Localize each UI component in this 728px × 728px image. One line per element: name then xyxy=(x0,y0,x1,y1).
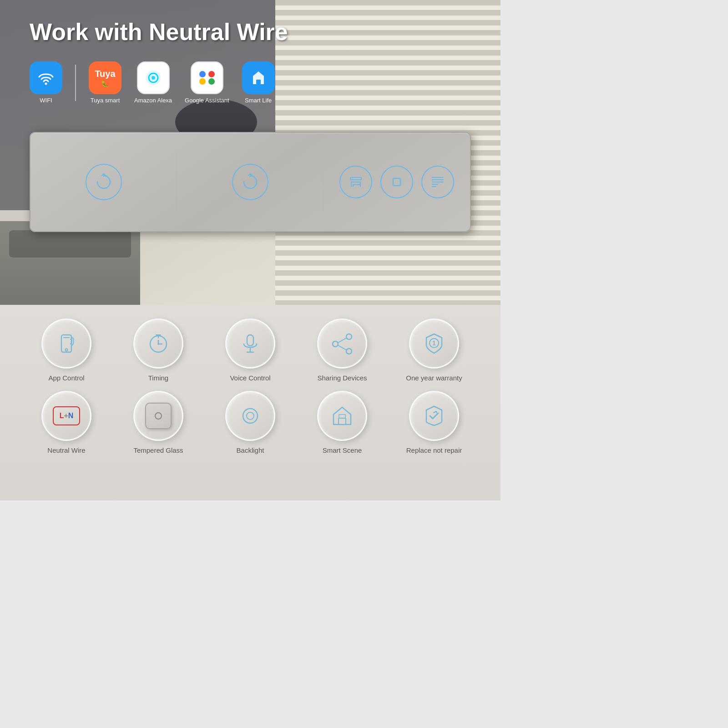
feature-replace: Replace not repair xyxy=(390,391,478,454)
smartlife-icon-box xyxy=(242,61,275,94)
switch-section-curtain xyxy=(324,133,470,231)
tuya-text: Tuya xyxy=(95,69,115,79)
compat-item-alexa: Amazon Alexa xyxy=(134,61,172,104)
svg-rect-15 xyxy=(247,335,253,346)
google-icon-box xyxy=(191,61,223,94)
touch-button-1[interactable] xyxy=(86,164,122,200)
timing-label: Timing xyxy=(148,374,168,382)
tuya-icon-box: Tuya 🐛 xyxy=(89,61,121,94)
switch-section-2 xyxy=(177,133,324,231)
voice-icon-circle xyxy=(225,318,275,369)
app-control-label: App Control xyxy=(48,374,84,382)
svg-rect-9 xyxy=(350,177,361,180)
svg-rect-23 xyxy=(339,418,346,425)
feature-neutral-wire: L + N Neutral Wire xyxy=(23,391,110,454)
warranty-icon-circle: 1 xyxy=(409,318,459,369)
svg-point-18 xyxy=(346,349,352,354)
feature-voice: Voice Control xyxy=(207,318,294,382)
backlight-label: Backlight xyxy=(237,446,264,454)
sharing-icon-circle xyxy=(317,318,367,369)
glass-square-icon xyxy=(145,403,172,429)
tempered-glass-label: Tempered Glass xyxy=(133,446,183,454)
switch-panel xyxy=(30,132,471,232)
svg-point-4 xyxy=(199,71,206,77)
tuya-label: Tuya smart xyxy=(91,97,120,104)
replace-icon-circle xyxy=(409,391,459,441)
ln-l: L xyxy=(60,412,64,420)
neutral-wire-icon-circle: L + N xyxy=(41,391,91,441)
page-title: Work with Neutral Wire xyxy=(30,18,288,46)
wifi-icon-box xyxy=(30,61,62,94)
svg-rect-10 xyxy=(393,178,400,186)
sharing-label: Sharing Devices xyxy=(317,374,367,382)
svg-point-14 xyxy=(157,343,159,345)
tuya-subtitle: 🐛 xyxy=(101,80,109,87)
compat-item-smartlife: Smart Life xyxy=(242,61,275,104)
feature-tempered-glass: Tempered Glass xyxy=(115,391,202,454)
voice-label: Voice Control xyxy=(230,374,270,382)
feature-timing: Timing xyxy=(115,318,202,382)
smart-scene-icon-circle xyxy=(317,391,367,441)
neutral-wire-label: Neutral Wire xyxy=(47,446,85,454)
svg-point-17 xyxy=(333,341,338,347)
feature-warranty: 1 One year warranty xyxy=(390,318,478,382)
svg-point-7 xyxy=(208,78,215,85)
svg-text:1: 1 xyxy=(432,339,436,347)
compat-item-wifi: WIFI xyxy=(30,61,62,104)
svg-point-12 xyxy=(66,349,68,351)
svg-point-3 xyxy=(152,76,155,80)
switch-section-1 xyxy=(30,133,177,231)
google-label: Google Assistant xyxy=(185,97,229,104)
svg-rect-8 xyxy=(256,80,261,84)
svg-point-16 xyxy=(346,334,352,339)
tempered-glass-icon-circle xyxy=(133,391,183,441)
glass-dot xyxy=(155,412,162,420)
svg-point-0 xyxy=(45,83,47,85)
curtain-down-button[interactable] xyxy=(421,166,454,198)
svg-point-6 xyxy=(199,78,206,85)
app-control-icon-circle xyxy=(41,318,91,369)
svg-point-5 xyxy=(208,71,215,77)
smartlife-label: Smart Life xyxy=(245,97,272,104)
feature-app-control: App Control xyxy=(23,318,110,382)
ln-plus: + xyxy=(64,412,68,420)
backlight-icon-circle xyxy=(225,391,275,441)
feature-sharing: Sharing Devices xyxy=(298,318,386,382)
feature-smart-scene: Smart Scene xyxy=(298,391,386,454)
wifi-label: WIFI xyxy=(40,97,52,104)
ln-badge: L + N xyxy=(53,406,80,425)
compat-item-google: Google Assistant xyxy=(185,61,229,104)
compat-divider-1 xyxy=(75,65,76,101)
curtain-button-group xyxy=(339,166,454,198)
ln-n: N xyxy=(68,412,74,420)
svg-point-21 xyxy=(243,409,258,423)
feature-backlight: Backlight xyxy=(207,391,294,454)
replace-label: Replace not repair xyxy=(406,446,462,454)
alexa-label: Amazon Alexa xyxy=(134,97,172,104)
timing-icon-circle xyxy=(133,318,183,369)
curtain-up-button[interactable] xyxy=(339,166,372,198)
smart-scene-label: Smart Scene xyxy=(323,446,362,454)
features-section: App Control Timing xyxy=(0,305,500,500)
warranty-label: One year warranty xyxy=(406,374,462,382)
features-row-1: App Control Timing xyxy=(23,318,478,382)
features-row-2: L + N Neutral Wire Tempered Glass xyxy=(23,391,478,454)
alexa-icon-box xyxy=(137,61,170,94)
compatibility-row: WIFI Tuya 🐛 Tuya smart Amazon Alexa xyxy=(30,61,275,104)
svg-point-22 xyxy=(247,412,254,420)
curtain-stop-button[interactable] xyxy=(380,166,413,198)
touch-button-2[interactable] xyxy=(232,164,268,200)
compat-item-tuya: Tuya 🐛 Tuya smart xyxy=(89,61,121,104)
